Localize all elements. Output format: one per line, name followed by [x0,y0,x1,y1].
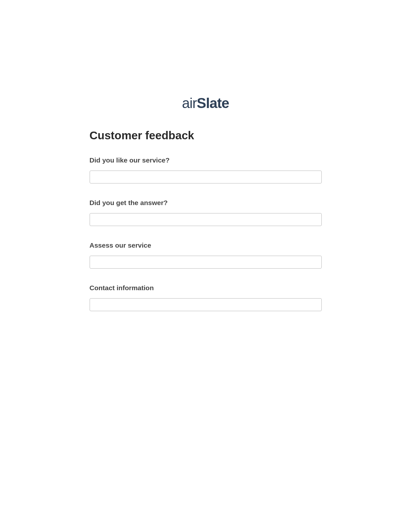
logo-text: airSlate [182,95,229,111]
input-contact[interactable] [90,298,322,311]
form-title: Customer feedback [90,129,322,142]
form-group-assess: Assess our service [90,241,322,269]
form-group-answer: Did you get the answer? [90,199,322,226]
input-answer[interactable] [90,213,322,226]
form-group-contact: Contact information [90,284,322,311]
label-assess: Assess our service [90,241,322,249]
form-group-service-like: Did you like our service? [90,156,322,183]
logo: airSlate [90,95,322,111]
logo-part-slate: Slate [197,95,229,111]
input-service-like[interactable] [90,171,322,183]
label-contact: Contact information [90,284,322,292]
label-answer: Did you get the answer? [90,199,322,207]
input-assess[interactable] [90,256,322,269]
logo-part-air: air [182,95,197,111]
label-service-like: Did you like our service? [90,156,322,164]
form-container: airSlate Customer feedback Did you like … [90,95,322,311]
